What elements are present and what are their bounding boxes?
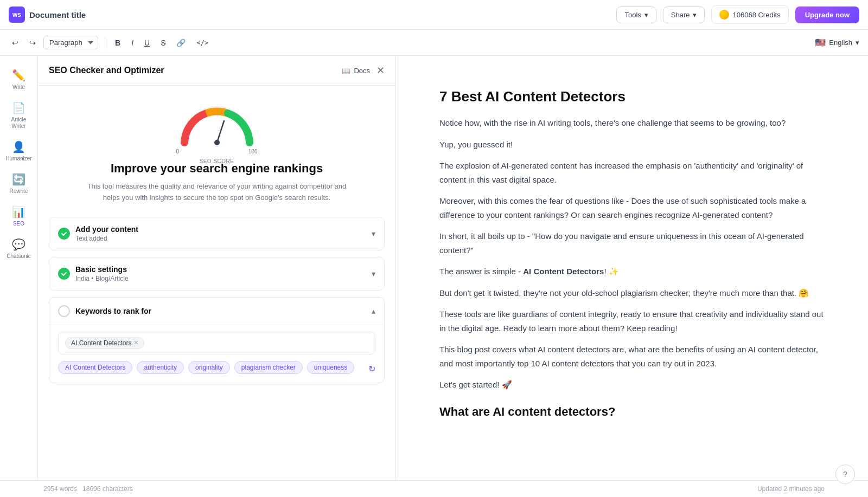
sidebar-item-seo[interactable]: 📊 SEO <box>3 201 35 231</box>
sidebar-item-rewrite[interactable]: 🔄 Rewrite <box>3 169 35 199</box>
suggested-tag-4[interactable]: uniqueness <box>307 361 354 374</box>
chevron-down-icon: ▾ <box>693 11 697 19</box>
help-button[interactable]: ? <box>835 464 855 484</box>
sidebar-label: SEO <box>13 221 24 227</box>
accordion-title-group: Keywords to rank for <box>75 307 366 315</box>
rewrite-icon: 🔄 <box>12 173 25 186</box>
svg-line-0 <box>217 121 224 143</box>
paragraph-select[interactable]: Paragraph <box>43 36 98 49</box>
sidebar-label: Article Writer <box>7 117 31 130</box>
close-button[interactable]: ✕ <box>376 64 385 76</box>
tools-button[interactable]: Tools ▾ <box>616 7 656 23</box>
accordion-body-keywords: AI Content Detectors ✕ AI Content Detect… <box>49 325 384 383</box>
doc-paragraph-0: Notice how, with the rise in AI writing … <box>439 116 825 130</box>
doc-paragraph-4: In short, it all boils up to - "How do y… <box>439 229 825 257</box>
gauge-container: 0 100 SEO SCORE <box>49 96 385 151</box>
accordion-title: Add your content <box>75 225 366 234</box>
footer-stats: 2954 words 18696 characters <box>43 485 133 493</box>
share-button[interactable]: Share ▾ <box>663 7 705 23</box>
suggested-tag-1[interactable]: authenticity <box>137 361 184 374</box>
chatsonic-icon: 💬 <box>12 238 25 251</box>
editor-area[interactable]: 7 Best AI Content Detectors Notice how, … <box>396 56 868 480</box>
accordion-header-add-content[interactable]: Add your content Text added ▾ <box>49 217 384 250</box>
undo-button[interactable]: ↩ <box>9 36 22 49</box>
write-icon: ✏️ <box>12 69 25 82</box>
chevron-down-icon: ▾ <box>644 11 648 19</box>
sidebar-item-chatsonic[interactable]: 💬 Chatsonic <box>3 234 35 264</box>
credits-display: 106068 Credits <box>711 5 788 24</box>
chevron-down-icon: ▾ <box>372 229 375 238</box>
divider <box>105 37 105 48</box>
strikethrough-button[interactable]: S <box>157 36 169 49</box>
seo-header-right: 📖 Docs ✕ <box>342 64 385 76</box>
check-icon <box>58 228 70 240</box>
char-count: 18696 characters <box>82 485 133 493</box>
doc-paragraph-1: Yup, you guessed it! <box>439 138 825 152</box>
doc-paragraph-2: The explosion of AI-generated content ha… <box>439 159 825 186</box>
logo-icon: ws <box>9 7 25 23</box>
accordion-subtitle: India • Blog/Article <box>75 275 366 282</box>
topbar-right: Tools ▾ Share ▾ 106068 Credits Upgrade n… <box>616 5 859 24</box>
accordion-item-add-content: Add your content Text added ▾ <box>49 217 385 250</box>
accordion-item-basic-settings: Basic settings India • Blog/Article ▾ <box>49 257 385 291</box>
main-area: ✏️ Write 📄 Article Writer 👤 Humanizer 🔄 … <box>0 56 868 480</box>
chevron-up-icon: ▴ <box>372 307 375 315</box>
doc-heading-2: What are AI content detectors? <box>439 405 825 419</box>
check-icon <box>58 268 70 280</box>
svg-point-1 <box>214 140 220 145</box>
language-selector[interactable]: 🇺🇸 English ▾ <box>815 37 859 48</box>
sidebar-item-write[interactable]: ✏️ Write <box>3 64 35 95</box>
suggested-tag-2[interactable]: originality <box>188 361 230 374</box>
chevron-down-icon: ▾ <box>856 38 859 47</box>
refresh-icon[interactable]: ↻ <box>368 364 375 374</box>
sidebar-item-humanizer[interactable]: 👤 Humanizer <box>3 136 35 166</box>
seo-panel-title: SEO Checker and Optimizer <box>49 66 164 75</box>
app-logo: ws Document title <box>9 7 86 23</box>
italic-button[interactable]: I <box>128 36 137 49</box>
accordion-title: Keywords to rank for <box>75 307 366 315</box>
underline-button[interactable]: U <box>141 36 153 49</box>
doc-paragraph-7: These tools are like guardians of conten… <box>439 307 825 335</box>
suggested-tag-3[interactable]: plagiarism checker <box>234 361 303 374</box>
seo-panel: SEO Checker and Optimizer 📖 Docs ✕ <box>38 56 396 480</box>
flag-icon: 🇺🇸 <box>815 37 826 48</box>
empty-circle-icon <box>58 305 70 317</box>
doc-paragraph-5: The answer is simple - AI Content Detect… <box>439 264 825 279</box>
word-count: 2954 words <box>43 485 77 493</box>
seo-icon: 📊 <box>12 205 25 218</box>
sidebar-label: Humanizer <box>5 156 31 162</box>
doc-paragraph-9: Let's get started! 🚀 <box>439 378 825 392</box>
seo-panel-header: SEO Checker and Optimizer 📖 Docs ✕ <box>38 56 395 86</box>
accordion-header-keywords[interactable]: Keywords to rank for ▴ <box>49 298 384 325</box>
accordion: Add your content Text added ▾ Basic sett… <box>49 217 385 383</box>
sidebar-label: Chatsonic <box>7 253 30 260</box>
bold-button[interactable]: B <box>112 36 124 49</box>
upgrade-button[interactable]: Upgrade now <box>795 7 859 23</box>
sidebar-item-article-writer[interactable]: 📄 Article Writer <box>3 97 35 134</box>
tag-remove-button[interactable]: ✕ <box>133 339 138 346</box>
chevron-down-icon: ▾ <box>372 269 375 278</box>
toolbar: ↩ ↪ Paragraph B I U S 🔗 </> 🇺🇸 English ▾ <box>0 30 868 56</box>
accordion-item-keywords: Keywords to rank for ▴ AI Content Detect… <box>49 297 385 383</box>
seo-improve-desc: This tool measures the quality and relev… <box>87 181 347 204</box>
document-title[interactable]: Document title <box>29 10 86 20</box>
link-button[interactable]: 🔗 <box>173 36 189 49</box>
redo-button[interactable]: ↪ <box>26 36 39 49</box>
sidebar-label: Write <box>12 84 25 91</box>
coin-icon <box>719 10 729 20</box>
code-button[interactable]: </> <box>193 37 212 49</box>
gauge-svg <box>176 96 258 151</box>
suggested-tag-0[interactable]: AI Content Detectors <box>58 361 132 374</box>
updated-timestamp: Updated 2 minutes ago <box>757 485 825 493</box>
book-icon: 📖 <box>342 67 350 75</box>
doc-content: 7 Best AI Content Detectors Notice how, … <box>439 88 825 419</box>
accordion-title: Basic settings <box>75 265 366 274</box>
suggested-keywords: AI Content Detectors authenticity origin… <box>58 361 375 374</box>
seo-body: 0 100 SEO SCORE Improve your search engi… <box>38 86 395 394</box>
docs-link[interactable]: 📖 Docs <box>342 67 370 75</box>
accordion-header-basic-settings[interactable]: Basic settings India • Blog/Article ▾ <box>49 257 384 290</box>
keywords-input-wrap[interactable]: AI Content Detectors ✕ <box>58 332 375 354</box>
humanizer-icon: 👤 <box>12 140 25 153</box>
accordion-title-group: Basic settings India • Blog/Article <box>75 265 366 282</box>
topbar: ws Document title Tools ▾ Share ▾ 106068… <box>0 0 868 30</box>
